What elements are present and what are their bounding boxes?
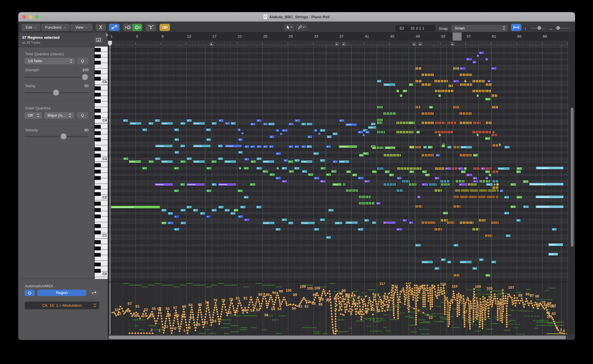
svg-text:0: 0 xyxy=(563,329,565,333)
svg-text:47: 47 xyxy=(463,310,467,314)
svg-text:66: 66 xyxy=(319,302,323,306)
svg-text:24: 24 xyxy=(212,319,216,323)
svg-text:43: 43 xyxy=(552,312,556,316)
svg-text:52: 52 xyxy=(144,308,148,312)
svg-text:52: 52 xyxy=(256,308,260,312)
svg-text:76: 76 xyxy=(221,298,225,302)
svg-text:111: 111 xyxy=(392,284,398,288)
svg-text:106: 106 xyxy=(314,286,320,290)
svg-text:51: 51 xyxy=(243,308,247,312)
svg-text:61: 61 xyxy=(298,304,302,308)
svg-text:8: 8 xyxy=(556,326,558,330)
svg-text:47: 47 xyxy=(358,310,362,314)
svg-text:78: 78 xyxy=(320,297,324,302)
svg-text:94: 94 xyxy=(272,291,276,295)
svg-text:8: 8 xyxy=(189,326,191,330)
svg-text:54: 54 xyxy=(277,307,281,311)
svg-text:91: 91 xyxy=(526,292,530,296)
svg-text:98: 98 xyxy=(279,289,283,293)
svg-text:87: 87 xyxy=(351,294,355,298)
svg-text:78: 78 xyxy=(229,297,233,302)
svg-text:36: 36 xyxy=(181,315,185,319)
svg-text:11: 11 xyxy=(164,325,168,329)
svg-text:81: 81 xyxy=(244,296,248,300)
svg-text:C2: C2 xyxy=(103,195,107,199)
svg-text:6: 6 xyxy=(174,327,176,331)
svg-text:109: 109 xyxy=(475,285,481,289)
svg-text:53: 53 xyxy=(371,308,375,312)
svg-text:45: 45 xyxy=(546,311,550,315)
svg-text:55: 55 xyxy=(166,307,170,311)
svg-text:100: 100 xyxy=(285,288,292,293)
svg-text:70: 70 xyxy=(205,301,209,305)
svg-text:33: 33 xyxy=(190,316,194,320)
svg-text:89: 89 xyxy=(313,293,317,297)
svg-text:47: 47 xyxy=(235,310,239,314)
svg-text:68: 68 xyxy=(498,302,502,306)
svg-text:48: 48 xyxy=(364,310,368,314)
svg-text:76: 76 xyxy=(213,298,217,302)
svg-text:38: 38 xyxy=(134,314,138,318)
svg-text:110: 110 xyxy=(452,284,457,288)
svg-text:21: 21 xyxy=(204,321,208,325)
svg-text:67: 67 xyxy=(128,302,132,306)
svg-text:1: 1 xyxy=(183,329,185,333)
svg-text:116: 116 xyxy=(440,282,446,286)
svg-text:57: 57 xyxy=(173,306,177,310)
svg-text:64: 64 xyxy=(188,303,193,307)
svg-text:43: 43 xyxy=(117,312,121,316)
svg-text:119: 119 xyxy=(405,282,411,285)
svg-text:55: 55 xyxy=(152,307,156,311)
svg-text:25: 25 xyxy=(149,314,153,318)
svg-text:80: 80 xyxy=(334,297,338,301)
svg-text:66: 66 xyxy=(536,302,540,306)
svg-text:77: 77 xyxy=(327,298,331,302)
svg-text:49: 49 xyxy=(126,309,130,313)
svg-text:45: 45 xyxy=(228,311,232,315)
svg-text:90: 90 xyxy=(258,293,262,297)
svg-text:61: 61 xyxy=(136,304,140,308)
svg-text:0: 0 xyxy=(336,329,338,333)
svg-text:54: 54 xyxy=(271,307,275,311)
svg-text:52: 52 xyxy=(115,308,119,312)
svg-text:89: 89 xyxy=(266,293,270,297)
svg-text:108: 108 xyxy=(417,285,423,289)
svg-text:33: 33 xyxy=(429,316,433,320)
svg-text:16: 16 xyxy=(196,323,200,327)
svg-text:3: 3 xyxy=(560,328,562,332)
svg-text:68: 68 xyxy=(312,302,316,306)
svg-text:87: 87 xyxy=(530,294,534,298)
svg-text:72: 72 xyxy=(306,300,310,304)
svg-text:88: 88 xyxy=(518,293,522,297)
svg-text:39: 39 xyxy=(167,313,171,317)
svg-text:56: 56 xyxy=(292,306,296,310)
svg-text:C5: C5 xyxy=(103,80,107,84)
svg-text:62: 62 xyxy=(552,304,556,308)
svg-text:117: 117 xyxy=(379,282,385,286)
svg-text:109: 109 xyxy=(300,285,306,289)
svg-text:54: 54 xyxy=(157,307,161,311)
svg-text:37: 37 xyxy=(142,314,147,318)
svg-text:68: 68 xyxy=(353,302,357,306)
svg-text:60: 60 xyxy=(182,305,186,309)
svg-text:107: 107 xyxy=(508,286,514,290)
svg-text:C1: C1 xyxy=(103,234,107,238)
svg-text:1: 1 xyxy=(158,329,160,333)
svg-text:86: 86 xyxy=(535,294,539,298)
svg-text:61: 61 xyxy=(305,304,309,308)
svg-text:C4: C4 xyxy=(103,118,107,122)
svg-text:2: 2 xyxy=(151,328,153,332)
svg-text:51: 51 xyxy=(376,308,380,312)
svg-text:89: 89 xyxy=(293,293,297,297)
svg-text:35: 35 xyxy=(547,315,551,319)
svg-text:105: 105 xyxy=(486,286,493,291)
svg-text:51: 51 xyxy=(250,308,254,312)
svg-text:65: 65 xyxy=(198,303,202,307)
svg-text:39: 39 xyxy=(264,313,268,317)
svg-text:C3: C3 xyxy=(103,157,107,161)
svg-text:38: 38 xyxy=(175,314,179,318)
svg-text:86: 86 xyxy=(345,294,349,298)
svg-text:99: 99 xyxy=(342,289,346,293)
svg-text:105: 105 xyxy=(307,286,313,291)
svg-text:81: 81 xyxy=(236,296,240,300)
